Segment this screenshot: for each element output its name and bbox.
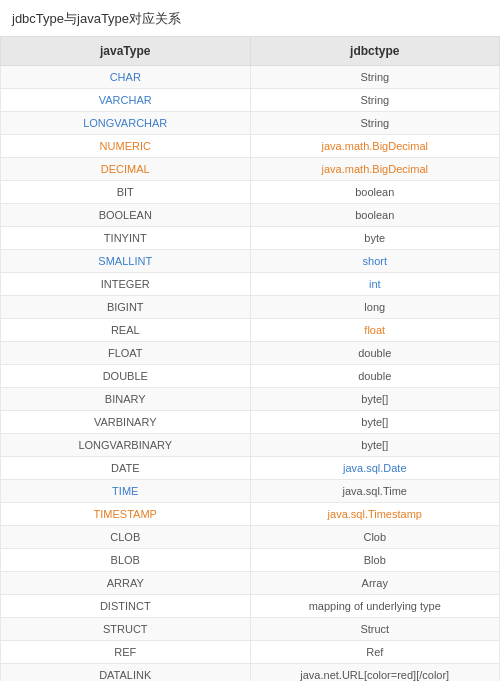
jdbc-type-cell: String bbox=[250, 112, 500, 135]
jdbc-type-cell: byte[] bbox=[250, 434, 500, 457]
jdbc-type-cell: java.sql.Date bbox=[250, 457, 500, 480]
jdbc-type-cell: short bbox=[250, 250, 500, 273]
header-jdbc: jdbctype bbox=[250, 37, 500, 66]
table-row: DECIMALjava.math.BigDecimal bbox=[1, 158, 500, 181]
table-row: FLOATdouble bbox=[1, 342, 500, 365]
jdbc-type-cell: Blob bbox=[250, 549, 500, 572]
java-type-cell: DOUBLE bbox=[1, 365, 251, 388]
table-row: BINARYbyte[] bbox=[1, 388, 500, 411]
java-type-cell: REF bbox=[1, 641, 251, 664]
java-type-cell: TINYINT bbox=[1, 227, 251, 250]
jdbc-type-cell: java.sql.Time bbox=[250, 480, 500, 503]
table-row: BITboolean bbox=[1, 181, 500, 204]
jdbc-type-cell: Ref bbox=[250, 641, 500, 664]
java-type-cell: BIGINT bbox=[1, 296, 251, 319]
jdbc-type-cell: String bbox=[250, 89, 500, 112]
java-type-cell: BIT bbox=[1, 181, 251, 204]
table-row: BLOBBlob bbox=[1, 549, 500, 572]
jdbc-type-cell: int bbox=[250, 273, 500, 296]
table-row: CLOBClob bbox=[1, 526, 500, 549]
java-type-cell: LONGVARCHAR bbox=[1, 112, 251, 135]
jdbc-type-cell: Array bbox=[250, 572, 500, 595]
jdbc-type-cell: boolean bbox=[250, 181, 500, 204]
table-header-row: javaType jdbctype bbox=[1, 37, 500, 66]
java-type-cell: INTEGER bbox=[1, 273, 251, 296]
table-row: BOOLEANboolean bbox=[1, 204, 500, 227]
jdbc-type-cell: java.sql.Timestamp bbox=[250, 503, 500, 526]
java-type-cell: DECIMAL bbox=[1, 158, 251, 181]
jdbc-type-cell: byte[] bbox=[250, 411, 500, 434]
java-type-cell: CLOB bbox=[1, 526, 251, 549]
java-type-cell: BLOB bbox=[1, 549, 251, 572]
java-type-cell: STRUCT bbox=[1, 618, 251, 641]
table-row: NUMERICjava.math.BigDecimal bbox=[1, 135, 500, 158]
java-type-cell: SMALLINT bbox=[1, 250, 251, 273]
table-row: DATALINKjava.net.URL[color=red][/color] bbox=[1, 664, 500, 682]
mapping-table: javaType jdbctype CHARStringVARCHARStrin… bbox=[0, 36, 500, 681]
java-type-cell: VARCHAR bbox=[1, 89, 251, 112]
table-row: STRUCTStruct bbox=[1, 618, 500, 641]
table-row: REALfloat bbox=[1, 319, 500, 342]
jdbc-type-cell: double bbox=[250, 342, 500, 365]
table-row: LONGVARBINARYbyte[] bbox=[1, 434, 500, 457]
jdbc-type-cell: float bbox=[250, 319, 500, 342]
java-type-cell: FLOAT bbox=[1, 342, 251, 365]
table-row: LONGVARCHARString bbox=[1, 112, 500, 135]
page-title: jdbcType与javaType对应关系 bbox=[0, 0, 500, 36]
jdbc-type-cell: double bbox=[250, 365, 500, 388]
jdbc-type-cell: java.math.BigDecimal bbox=[250, 135, 500, 158]
jdbc-type-cell: mapping of underlying type bbox=[250, 595, 500, 618]
java-type-cell: VARBINARY bbox=[1, 411, 251, 434]
java-type-cell: BOOLEAN bbox=[1, 204, 251, 227]
java-type-cell: DATE bbox=[1, 457, 251, 480]
jdbc-type-cell: long bbox=[250, 296, 500, 319]
java-type-cell: TIMESTAMP bbox=[1, 503, 251, 526]
java-type-cell: TIME bbox=[1, 480, 251, 503]
jdbc-type-cell: String bbox=[250, 66, 500, 89]
table-row: TINYINTbyte bbox=[1, 227, 500, 250]
table-row: VARCHARString bbox=[1, 89, 500, 112]
table-row: CHARString bbox=[1, 66, 500, 89]
java-type-cell: CHAR bbox=[1, 66, 251, 89]
table-row: BIGINTlong bbox=[1, 296, 500, 319]
table-row: SMALLINTshort bbox=[1, 250, 500, 273]
java-type-cell: REAL bbox=[1, 319, 251, 342]
table-row: TIMEjava.sql.Time bbox=[1, 480, 500, 503]
java-type-cell: BINARY bbox=[1, 388, 251, 411]
java-type-cell: DATALINK bbox=[1, 664, 251, 682]
jdbc-type-cell: Struct bbox=[250, 618, 500, 641]
table-row: DOUBLEdouble bbox=[1, 365, 500, 388]
table-row: TIMESTAMPjava.sql.Timestamp bbox=[1, 503, 500, 526]
table-row: ARRAYArray bbox=[1, 572, 500, 595]
table-row: REFRef bbox=[1, 641, 500, 664]
jdbc-type-cell: byte[] bbox=[250, 388, 500, 411]
table-row: VARBINARYbyte[] bbox=[1, 411, 500, 434]
table-row: DISTINCTmapping of underlying type bbox=[1, 595, 500, 618]
java-type-cell: LONGVARBINARY bbox=[1, 434, 251, 457]
table-row: INTEGERint bbox=[1, 273, 500, 296]
table-row: DATEjava.sql.Date bbox=[1, 457, 500, 480]
jdbc-type-cell: Clob bbox=[250, 526, 500, 549]
jdbc-type-cell: boolean bbox=[250, 204, 500, 227]
java-type-cell: NUMERIC bbox=[1, 135, 251, 158]
jdbc-type-cell: java.math.BigDecimal bbox=[250, 158, 500, 181]
java-type-cell: ARRAY bbox=[1, 572, 251, 595]
header-java: javaType bbox=[1, 37, 251, 66]
java-type-cell: DISTINCT bbox=[1, 595, 251, 618]
jdbc-type-cell: byte bbox=[250, 227, 500, 250]
jdbc-type-cell: java.net.URL[color=red][/color] bbox=[250, 664, 500, 682]
